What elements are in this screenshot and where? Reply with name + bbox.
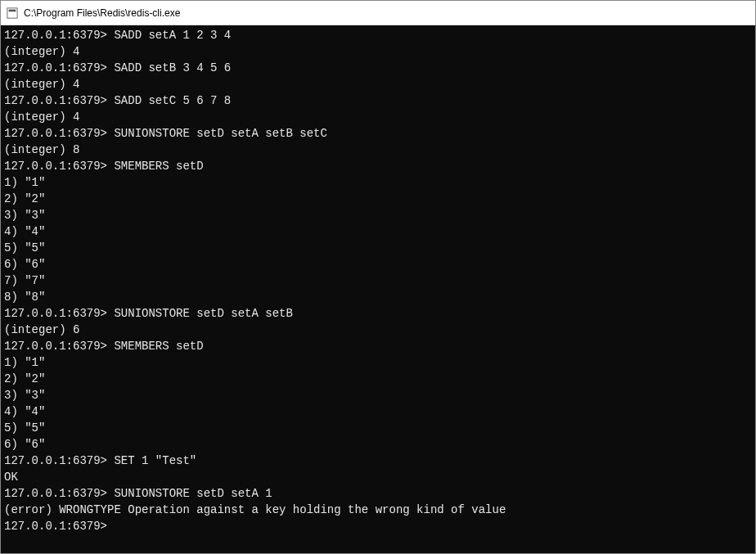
window-title: C:\Program Files\Redis\redis-cli.exe (24, 7, 180, 19)
terminal-line: OK (4, 469, 752, 485)
svg-rect-1 (9, 9, 16, 11)
terminal-line: 3) "3" (4, 387, 752, 403)
terminal-line: 6) "6" (4, 436, 752, 453)
terminal-line: 127.0.0.1:6379> SADD setB 3 4 5 6 (4, 60, 752, 76)
terminal-line: 127.0.0.1:6379> SMEMBERS setD (4, 338, 752, 354)
terminal-line: 127.0.0.1:6379> SADD setC 5 6 7 8 (4, 92, 752, 109)
terminal-line: 127.0.0.1:6379> SADD setA 1 2 3 4 (4, 27, 752, 43)
terminal-line: (error) WRONGTYPE Operation against a ke… (4, 502, 752, 518)
terminal-line: 127.0.0.1:6379> SUNIONSTORE setD setA se… (4, 305, 752, 322)
terminal-line: 5) "5" (4, 240, 752, 256)
terminal[interactable]: 127.0.0.1:6379> SADD setA 1 2 3 4(intege… (1, 25, 755, 553)
terminal-line: 127.0.0.1:6379> (4, 518, 752, 534)
terminal-line: 127.0.0.1:6379> SMEMBERS setD (4, 158, 752, 174)
terminal-line: 127.0.0.1:6379> SUNIONSTORE setD setA se… (4, 125, 752, 142)
app-icon (6, 7, 19, 20)
terminal-line: 1) "1" (4, 174, 752, 191)
terminal-line: 4) "4" (4, 223, 752, 240)
terminal-line: 3) "3" (4, 207, 752, 223)
titlebar[interactable]: C:\Program Files\Redis\redis-cli.exe (1, 1, 755, 25)
window: C:\Program Files\Redis\redis-cli.exe 127… (0, 0, 756, 554)
terminal-line: 5) "5" (4, 420, 752, 436)
terminal-line: (integer) 6 (4, 322, 752, 338)
terminal-line: (integer) 4 (4, 76, 752, 92)
terminal-line: 4) "4" (4, 403, 752, 420)
terminal-line: (integer) 4 (4, 109, 752, 125)
terminal-line: 127.0.0.1:6379> SET 1 "Test" (4, 453, 752, 469)
terminal-line: 2) "2" (4, 191, 752, 207)
terminal-line: (integer) 8 (4, 142, 752, 158)
terminal-line: 1) "1" (4, 354, 752, 371)
terminal-line: 8) "8" (4, 289, 752, 305)
terminal-line: 7) "7" (4, 272, 752, 289)
terminal-line: 2) "2" (4, 371, 752, 387)
terminal-line: (integer) 4 (4, 43, 752, 60)
terminal-line: 6) "6" (4, 256, 752, 272)
terminal-line: 127.0.0.1:6379> SUNIONSTORE setD setA 1 (4, 485, 752, 502)
